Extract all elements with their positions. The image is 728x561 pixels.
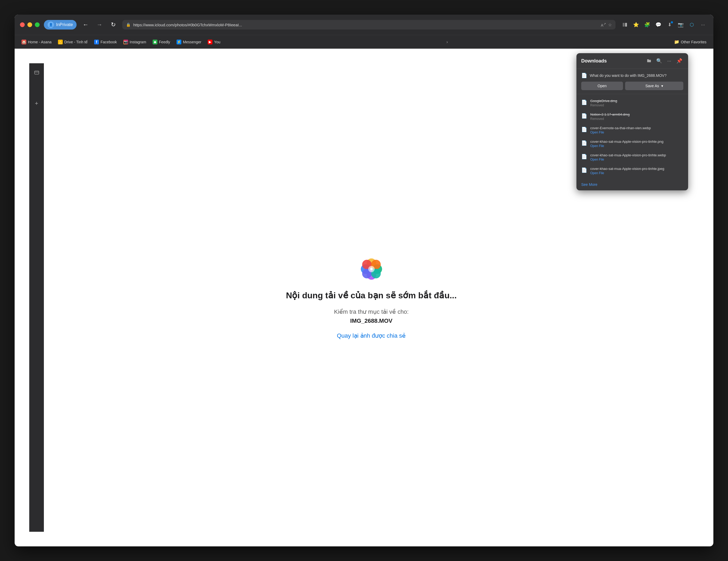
toolbar-icons: ⭐ 🧩 💬 ⬇ 📷 ⬡ ··· xyxy=(620,20,708,30)
traffic-lights xyxy=(20,22,40,27)
profile-button[interactable]: 👤 InPrivate xyxy=(44,20,77,30)
refresh-button[interactable]: ↻ xyxy=(108,20,118,30)
edge-icon-button[interactable]: ⬡ xyxy=(687,20,697,30)
svg-point-12 xyxy=(368,266,375,272)
bookmarks-bar: 🏠 Home - Asana △ Drive - Tinh tế f Faceb… xyxy=(15,35,713,49)
more-button[interactable]: ··· xyxy=(698,20,708,30)
read-mode-icon[interactable]: A↗ xyxy=(601,22,606,27)
download-item-status: Removed xyxy=(590,117,683,121)
url-actions: A↗ ☆ xyxy=(601,22,612,27)
download-question-text: What do you want to do with IMG_2688.MOV… xyxy=(590,73,667,78)
download-question: 📄 What do you want to do with IMG_2688.M… xyxy=(581,73,683,78)
folder-icon: 📁 xyxy=(674,39,679,44)
extensions-button[interactable]: 🧩 xyxy=(642,20,652,30)
download-list-item[interactable]: 📄Notion-2.1.17-arm64.dmgRemoved xyxy=(576,110,688,123)
download-item-status[interactable]: Open File xyxy=(590,144,683,148)
download-item-status: Removed xyxy=(590,103,683,107)
see-more-button[interactable]: See More xyxy=(576,180,688,190)
profile-label: InPrivate xyxy=(56,22,73,27)
lock-icon: 🔒 xyxy=(126,23,131,27)
downloads-title: Downloads xyxy=(581,58,607,64)
bookmark-asana-label: Home - Asana xyxy=(28,40,52,44)
minimize-button[interactable] xyxy=(27,22,32,27)
download-item-info: cover-khao-sat-mua-Apple-vision-pro-tinh… xyxy=(590,140,683,148)
open-button[interactable]: Open xyxy=(581,82,623,90)
download-list-item[interactable]: 📄cover-khao-sat-mua-Apple-vision-pro-tin… xyxy=(576,150,688,164)
feedly-icon: ◆ xyxy=(153,40,157,44)
download-item-name: cover-khao-sat-mua-Apple-vision-pro-tinh… xyxy=(590,153,683,157)
bookmark-drive-label: Drive - Tinh tế xyxy=(64,40,88,44)
download-item-info: cover-Evernote-sa-thai-nhan-vien.webpOpe… xyxy=(590,126,683,134)
downloads-more-button[interactable]: ··· xyxy=(665,57,673,65)
icloud-logo xyxy=(358,256,385,282)
download-item-info: cover-khao-sat-mua-Apple-vision-pro-tinh… xyxy=(590,153,683,161)
profile-avatar: 👤 xyxy=(48,22,54,28)
download-item-info: Notion-2.1.17-arm64.dmgRemoved xyxy=(590,112,683,121)
title-bar: 👤 InPrivate ← → ↻ 🔒 https://www.icloud.c… xyxy=(15,15,713,35)
share-button[interactable]: 💬 xyxy=(653,20,663,30)
download-file-icon: 📄 xyxy=(581,154,587,160)
svg-rect-1 xyxy=(625,23,627,27)
downloads-button[interactable]: ⬇ xyxy=(664,20,675,30)
downloads-pin-button[interactable]: 📌 xyxy=(675,57,683,65)
facebook-icon: f xyxy=(94,40,99,44)
tab-icon-button[interactable] xyxy=(620,20,630,30)
more-bookmarks-button[interactable]: › xyxy=(442,37,452,47)
bookmark-instagram-label: Instagram xyxy=(130,40,146,44)
sub-text: Kiểm tra thư mục tải về cho: xyxy=(334,308,409,315)
bookmark-youtube-label: You xyxy=(214,40,220,44)
download-item-info: cover-khao-sat-mua-Apple-vision-pro-tinh… xyxy=(590,167,683,175)
main-text: Nội dung tải về của bạn sẽ sớm bắt đầu..… xyxy=(286,290,457,300)
downloads-header-icons: 🔍 ··· 📌 xyxy=(645,57,683,65)
current-download-prompt: 📄 What do you want to do with IMG_2688.M… xyxy=(576,69,688,94)
bookmark-instagram[interactable]: 📷 Instagram xyxy=(121,38,149,46)
download-actions: Open Save As ▾ xyxy=(581,82,683,90)
download-item-status[interactable]: Open File xyxy=(590,131,683,134)
url-bar[interactable]: 🔒 https://www.icloud.com/photos/#0b0GTch… xyxy=(122,20,616,30)
bookmark-youtube[interactable]: ▶ You xyxy=(205,38,223,46)
download-item-status[interactable]: Open File xyxy=(590,158,683,161)
forward-button[interactable]: → xyxy=(95,20,104,30)
saveas-button[interactable]: Save As ▾ xyxy=(625,82,683,90)
downloads-search-button[interactable]: 🔍 xyxy=(655,57,663,65)
instagram-icon: 📷 xyxy=(123,40,128,44)
other-favorites[interactable]: 📁 Other Favorites xyxy=(671,38,709,46)
download-file-icon: 📄 xyxy=(581,140,587,146)
bookmark-feedly[interactable]: ◆ Feedly xyxy=(150,38,173,46)
downloads-panel: Downloads 🔍 ··· 📌 📄 What do you want to … xyxy=(576,53,688,190)
download-item-info: GoogleDrive.dmgRemoved xyxy=(590,99,683,107)
sub-container: Kiểm tra thư mục tải về cho: IMG_2688.MO… xyxy=(334,308,409,324)
browser-window: 👤 InPrivate ← → ↻ 🔒 https://www.icloud.c… xyxy=(15,15,713,546)
download-list-item[interactable]: 📄cover-Evernote-sa-thai-nhan-vien.webpOp… xyxy=(576,123,688,137)
collections-button[interactable]: ⭐ xyxy=(631,20,641,30)
maximize-button[interactable] xyxy=(35,22,40,27)
bookmark-drive[interactable]: △ Drive - Tinh tế xyxy=(55,38,90,46)
download-file-icon: 📄 xyxy=(581,127,587,132)
download-list-item[interactable]: 📄cover-khao-sat-mua-Apple-vision-pro-tin… xyxy=(576,164,688,178)
youtube-icon: ▶ xyxy=(208,40,212,44)
sidebar-add-button[interactable]: + xyxy=(32,98,42,108)
svg-rect-2 xyxy=(35,71,39,74)
bookmark-facebook[interactable]: f Facebook xyxy=(91,38,119,46)
current-file-icon: 📄 xyxy=(581,73,587,78)
download-list-item[interactable]: 📄cover-khao-sat-mua-Apple-vision-pro-tin… xyxy=(576,137,688,150)
bookmark-facebook-label: Facebook xyxy=(101,40,117,44)
download-filename: IMG_2688.MOV xyxy=(334,317,409,324)
bookmark-asana[interactable]: 🏠 Home - Asana xyxy=(19,38,54,46)
camera-button[interactable]: 📷 xyxy=(676,20,686,30)
sidebar-apple-button[interactable] xyxy=(32,83,42,93)
favorites-icon[interactable]: ☆ xyxy=(608,22,612,27)
close-button[interactable] xyxy=(20,22,25,27)
download-item-status[interactable]: Open File xyxy=(590,171,683,175)
sidebar-tabs-button[interactable] xyxy=(32,68,42,78)
download-file-icon: 📄 xyxy=(581,99,587,105)
asana-icon: 🏠 xyxy=(22,40,26,44)
back-button[interactable]: ← xyxy=(81,20,90,30)
downloads-folder-button[interactable] xyxy=(645,57,653,65)
bookmark-messenger-label: Messenger xyxy=(183,40,201,44)
bookmark-messenger[interactable]: ⚡ Messenger xyxy=(174,38,204,46)
download-list-item[interactable]: 📄GoogleDrive.dmgRemoved xyxy=(576,96,688,110)
back-link[interactable]: Quay lại ảnh được chia sẻ xyxy=(337,332,406,339)
messenger-icon: ⚡ xyxy=(177,40,181,44)
saveas-chevron-icon: ▾ xyxy=(661,84,663,88)
